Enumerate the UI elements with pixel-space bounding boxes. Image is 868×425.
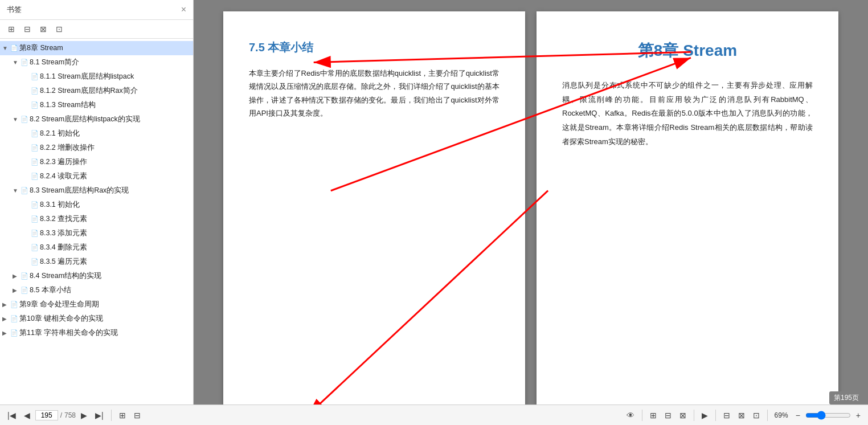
- tag-button[interactable]: ⊡: [54, 23, 65, 35]
- add-bookmark-button[interactable]: ⊞: [116, 410, 129, 421]
- right-page: 第8章 Stream 消息队列是分布式系统中不可缺少的组件之一，主要有异步处理、…: [537, 11, 838, 404]
- tree-label: 8.2.3 遍历操作: [40, 157, 189, 167]
- left-page: 7.5 本章小结 本章主要介绍了Redis中常用的底层数据结构quicklist…: [223, 11, 525, 404]
- subsection-icon: 📄: [31, 144, 39, 152]
- play-button[interactable]: ▶: [699, 410, 711, 421]
- separator-3: [694, 410, 694, 421]
- toggle-icon: ▼: [2, 45, 10, 51]
- tree-label: 8.3.2 查找元素: [40, 214, 189, 224]
- tree-item-ch9[interactable]: ▶📄第9章 命令处理生命周期: [0, 297, 193, 312]
- chapter-icon: 📄: [10, 329, 18, 337]
- subsection-icon: 📄: [31, 73, 39, 80]
- tree-label: 8.2.4 读取元素: [40, 171, 189, 181]
- view-scroll-button[interactable]: ⊠: [677, 410, 689, 421]
- tree-item-ch8.1.2[interactable]: 📄8.1.2 Stream底层结构Rax简介: [0, 84, 193, 98]
- tree-item-ch8.1.3[interactable]: 📄8.1.3 Stream结构: [0, 98, 193, 112]
- remove-bookmark-button[interactable]: ⊟: [131, 410, 144, 421]
- subsection-icon: 📄: [31, 230, 39, 237]
- tree-label: 8.5 本章小结: [30, 285, 189, 295]
- tree-label: 第10章 键相关命令的实现: [19, 314, 189, 324]
- tree-item-ch8.3.1[interactable]: 📄8.3.1 初始化: [0, 198, 193, 212]
- subsection-icon: 📄: [31, 201, 39, 209]
- page-number-input[interactable]: [35, 410, 58, 420]
- zoom-in-button[interactable]: +: [853, 410, 863, 421]
- first-page-button[interactable]: |◀: [5, 410, 19, 421]
- tree-item-ch8.2.2[interactable]: 📄8.2.2 增删改操作: [0, 141, 193, 155]
- tree-label: 8.2.1 初始化: [40, 129, 189, 138]
- view-double-button[interactable]: ⊟: [662, 410, 674, 421]
- tree-item-ch8.2.1[interactable]: 📄8.2.1 初始化: [0, 126, 193, 141]
- split-four-button[interactable]: ⊡: [750, 410, 763, 421]
- tree-label: 8.3.5 遍历元素: [40, 257, 189, 267]
- toggle-icon: ▼: [13, 116, 21, 122]
- bookmark-button[interactable]: ⊠: [38, 23, 49, 35]
- section-icon: 📄: [21, 287, 28, 294]
- tree-label: 第11章 字符串相关命令的实现: [19, 328, 189, 338]
- tree-item-ch8.2.4[interactable]: 📄8.2.4 读取元素: [0, 169, 193, 183]
- zoom-out-button[interactable]: −: [793, 410, 803, 421]
- toggle-icon: ▼: [13, 187, 21, 194]
- sidebar-close-button[interactable]: ×: [181, 5, 186, 15]
- collapse-all-button[interactable]: ⊟: [22, 23, 33, 35]
- tree-label: 8.3.1 初始化: [40, 200, 189, 210]
- separator-5: [767, 410, 768, 421]
- bottom-toolbar: |◀ ◀ / 758 ▶ ▶| ⊞ ⊟ 👁 ⊞ ⊟ ⊠ ▶ ⊟ ⊠ ⊡ 69% …: [0, 404, 868, 425]
- chapter-icon: 📄: [10, 44, 18, 52]
- toggle-icon: ▶: [13, 287, 21, 293]
- toggle-icon: ▶: [2, 316, 10, 322]
- tree-item-ch8.3.3[interactable]: 📄8.3.3 添加元素: [0, 226, 193, 240]
- next-page-button[interactable]: ▶: [78, 410, 90, 421]
- tree-label: 8.3.4 删除元素: [40, 243, 189, 252]
- tree-item-ch8.4[interactable]: ▶📄8.4 Stream结构的实现: [0, 269, 193, 283]
- separator-2: [642, 410, 642, 421]
- chapter-icon: 📄: [10, 301, 18, 308]
- sidebar-toolbar: ⊞ ⊟ ⊠ ⊡: [0, 20, 193, 39]
- zoom-level-label: 69%: [775, 411, 788, 419]
- tree-item-ch11[interactable]: ▶📄第11章 字符串相关命令的实现: [0, 326, 193, 340]
- sidebar: 书签 × ⊞ ⊟ ⊠ ⊡ ▼📄第8章 Stream▼📄8.1 Stream简介 …: [0, 0, 194, 404]
- tree-label: 8.4 Stream结构的实现: [30, 271, 189, 281]
- view-single-button[interactable]: ⊞: [647, 410, 660, 421]
- tree-item-ch8[interactable]: ▼📄第8章 Stream: [0, 41, 193, 55]
- eye-button[interactable]: 👁: [624, 410, 637, 421]
- tree-item-ch10[interactable]: ▶📄第10章 键相关命令的实现: [0, 312, 193, 326]
- expand-all-button[interactable]: ⊞: [6, 23, 17, 35]
- tree-label: 8.1.2 Stream底层结构Rax简介: [40, 86, 189, 96]
- tree-item-ch8.1.1[interactable]: 📄8.1.1 Stream底层结构listpack: [0, 70, 193, 84]
- split-v-button[interactable]: ⊟: [720, 410, 733, 421]
- tree-item-ch8.5[interactable]: ▶📄8.5 本章小结: [0, 283, 193, 297]
- subsection-icon: 📄: [31, 87, 39, 95]
- tree-label: 8.3.3 添加元素: [40, 228, 189, 238]
- right-page-content: 消息队列是分布式系统中不可缺少的组件之一，主要有异步处理、应用解耦、限流削峰的功…: [562, 79, 813, 149]
- section-icon: 📄: [21, 187, 28, 194]
- tree-item-ch8.3.5[interactable]: 📄8.3.5 遍历元素: [0, 255, 193, 269]
- page-badge: 第195页: [829, 391, 863, 404]
- toggle-icon: ▶: [2, 330, 10, 336]
- left-page-title: 7.5 本章小结: [249, 40, 499, 55]
- tree-item-ch8.2[interactable]: ▼📄8.2 Stream底层结构listpack的实现: [0, 112, 193, 126]
- tree-item-ch8.1[interactable]: ▼📄8.1 Stream简介: [0, 55, 193, 70]
- section-icon: 📄: [21, 59, 28, 66]
- tree-label: 第9章 命令处理生命周期: [19, 300, 189, 309]
- last-page-button[interactable]: ▶|: [92, 410, 107, 421]
- toggle-icon: ▶: [2, 301, 10, 308]
- tree-label: 8.3 Stream底层结构Rax的实现: [30, 186, 189, 195]
- tree-item-ch8.3.4[interactable]: 📄8.3.4 删除元素: [0, 240, 193, 255]
- subsection-icon: 📄: [31, 101, 39, 109]
- sidebar-title: 书签: [7, 5, 22, 15]
- toggle-icon: ▶: [13, 273, 21, 279]
- tree-item-ch8.3[interactable]: ▼📄8.3 Stream底层结构Rax的实现: [0, 183, 193, 198]
- subsection-icon: 📄: [31, 215, 39, 223]
- sidebar-header: 书签 ×: [0, 0, 193, 20]
- separator-4: [715, 410, 716, 421]
- pdf-area: 7.5 本章小结 本章主要介绍了Redis中常用的底层数据结构quicklist…: [194, 0, 868, 404]
- split-h-button[interactable]: ⊠: [735, 410, 748, 421]
- prev-page-button[interactable]: ◀: [21, 410, 33, 421]
- right-page-title: 第8章 Stream: [562, 40, 813, 62]
- tree-label: 8.1.3 Stream结构: [40, 100, 189, 110]
- tree-item-ch8.2.3[interactable]: 📄8.2.3 遍历操作: [0, 155, 193, 169]
- tree-label: 8.2 Stream底层结构listpack的实现: [30, 115, 189, 124]
- zoom-slider[interactable]: [805, 411, 851, 420]
- tree-item-ch8.3.2[interactable]: 📄8.3.2 查找元素: [0, 212, 193, 226]
- subsection-icon: 📄: [31, 130, 39, 137]
